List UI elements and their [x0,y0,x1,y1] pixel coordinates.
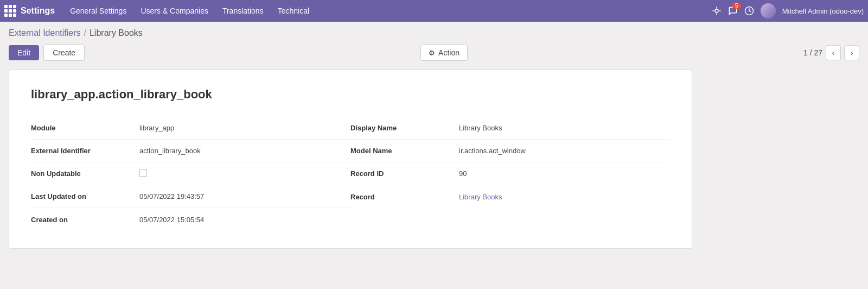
record-title: library_app.action_library_book [31,87,670,102]
field-created-on-label: Created on [31,216,139,224]
field-last-updated-value: 05/07/2022 19:43:57 [139,192,350,200]
user-label[interactable]: Mitchell Admin (odoo-dev) [782,7,864,15]
field-external-identifier: External Identifier action_library_book [31,140,350,162]
navbar: Settings General Settings Users & Compan… [0,0,868,22]
record-card: library_app.action_library_book Module l… [9,70,692,249]
field-module-value: library_app [139,124,350,132]
field-last-updated: Last Updated on 05/07/2022 19:43:57 [31,185,350,208]
field-external-identifier-label: External Identifier [31,147,139,155]
field-created-on-value: 05/07/2022 15:05:54 [139,216,350,224]
action-button[interactable]: ⚙ Action [420,45,468,61]
edit-button[interactable]: Edit [9,45,39,60]
field-model-name-label: Model Name [350,147,459,155]
field-external-identifier-value: action_library_book [139,147,350,155]
pagination-next[interactable]: › [844,45,859,60]
avatar[interactable] [761,3,776,18]
pagination-text: 1 / 27 [803,48,822,57]
chat-badge: 5 [732,3,741,9]
pagination-prev[interactable]: ‹ [826,45,841,60]
page-wrapper: External Identifiers / Library Books Edi… [0,22,868,255]
field-display-name-label: Display Name [350,124,459,132]
field-non-updatable-label: Non Updatable [31,169,139,178]
gear-icon: ⚙ [429,49,435,57]
fields-right: Display Name Library Books Model Name ir… [350,117,670,231]
action-label: Action [438,48,459,57]
navbar-title: Settings [21,6,55,16]
clock-icon-btn[interactable] [744,6,754,16]
menu-users-companies[interactable]: Users & Companies [134,3,215,18]
chat-icon-btn[interactable]: 5 [728,6,738,16]
fields-left: Module library_app External Identifier a… [31,117,350,231]
field-record-link[interactable]: Library Books [459,193,670,201]
field-display-name: Display Name Library Books [350,117,670,140]
field-non-updatable: Non Updatable [31,162,350,185]
field-last-updated-label: Last Updated on [31,192,139,200]
menu-translations[interactable]: Translations [216,3,270,18]
grid-icon [4,5,16,17]
navbar-right: 5 Mitchell Admin (odoo-dev) [712,3,864,18]
breadcrumb-parent[interactable]: External Identifiers [9,28,81,38]
field-record-label: Record [350,193,459,201]
navbar-brand[interactable]: Settings [4,5,55,17]
field-record: Record Library Books [350,185,670,208]
pagination: 1 / 27 ‹ › [803,45,859,60]
menu-technical[interactable]: Technical [271,3,316,18]
create-button[interactable]: Create [43,45,85,61]
menu-general-settings[interactable]: General Settings [63,3,133,18]
bug-icon-btn[interactable] [712,6,722,16]
breadcrumb-separator: / [84,28,86,38]
field-module: Module library_app [31,117,350,140]
record-fields: Module library_app External Identifier a… [31,117,670,231]
navbar-menu: General Settings Users & Companies Trans… [63,3,712,18]
field-module-label: Module [31,124,139,132]
toolbar: Edit Create ⚙ Action 1 / 27 ‹ › [9,45,859,61]
breadcrumb: External Identifiers / Library Books [9,28,859,38]
field-created-on: Created on 05/07/2022 15:05:54 [31,208,350,231]
field-record-id: Record ID 90 [350,162,670,185]
field-model-name: Model Name ir.actions.act_window [350,140,670,162]
field-record-id-label: Record ID [350,169,459,178]
field-non-updatable-value [139,169,350,178]
non-updatable-checkbox[interactable] [139,169,147,177]
field-model-name-value: ir.actions.act_window [459,147,670,155]
breadcrumb-current: Library Books [90,28,143,38]
svg-point-0 [715,9,718,12]
field-display-name-value: Library Books [459,124,670,132]
field-record-id-value: 90 [459,169,670,178]
